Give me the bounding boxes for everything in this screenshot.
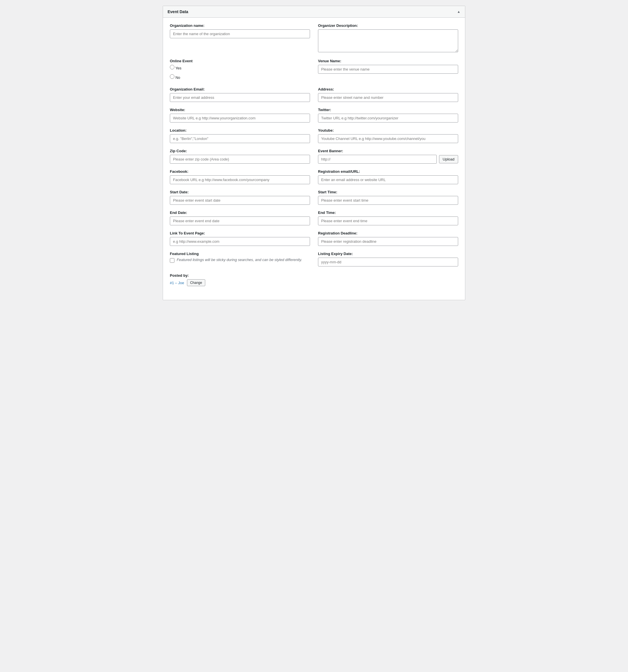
registration-deadline-label: Registration Deadline: (318, 231, 458, 235)
link-to-event-page-field: Link To Event Page: (170, 231, 310, 246)
website-input[interactable] (170, 114, 310, 122)
registration-email-url-input[interactable] (318, 175, 458, 184)
posted-by-user-link[interactable]: #1 – Joe (170, 281, 184, 285)
start-time-label: Start Time: (318, 190, 458, 194)
online-event-no-label: No (176, 75, 180, 80)
end-time-label: End Time: (318, 211, 458, 215)
organization-email-field: Organization Email: (170, 87, 310, 102)
registration-email-url-label: Registration email/URL: (318, 169, 458, 174)
organization-name-label: Organization name: (170, 23, 310, 28)
zip-code-field: Zip Code: (170, 149, 310, 164)
online-event-yes-option[interactable]: Yes (170, 65, 310, 70)
link-to-event-page-label: Link To Event Page: (170, 231, 310, 235)
organization-email-input[interactable] (170, 93, 310, 102)
start-time-input[interactable] (318, 196, 458, 205)
featured-listing-description: Featured listings will be sticky during … (177, 258, 302, 262)
featured-checkbox-row: Featured listings will be sticky during … (170, 258, 310, 263)
facebook-input[interactable] (170, 175, 310, 184)
end-date-field: End Date: (170, 211, 310, 225)
organizer-description-field: Organizer Description: (318, 23, 458, 53)
start-date-input[interactable] (170, 196, 310, 205)
website-label: Website: (170, 108, 310, 112)
event-banner-row: Upload (318, 155, 458, 164)
address-input[interactable] (318, 93, 458, 102)
online-event-no-radio[interactable] (170, 74, 174, 79)
facebook-label: Facebook: (170, 169, 310, 174)
panel-title: Event Data (168, 9, 188, 14)
online-event-yes-label: Yes (175, 66, 181, 70)
end-date-label: End Date: (170, 211, 310, 215)
venue-name-input[interactable] (318, 65, 458, 74)
link-to-event-page-input[interactable] (170, 237, 310, 246)
youtube-input[interactable] (318, 134, 458, 143)
organizer-description-label: Organizer Description: (318, 23, 458, 28)
posted-by-label: Posted by: (170, 273, 310, 278)
registration-email-url-field: Registration email/URL: (318, 169, 458, 184)
twitter-field: Twitter: (318, 108, 458, 122)
website-field: Website: (170, 108, 310, 122)
location-input[interactable] (170, 134, 310, 143)
upload-button[interactable]: Upload (439, 155, 458, 163)
zip-code-input[interactable] (170, 155, 310, 164)
start-time-field: Start Time: (318, 190, 458, 205)
online-event-yes-radio[interactable] (170, 65, 174, 69)
online-event-no-option[interactable]: No (170, 74, 310, 80)
event-banner-label: Event Banner: (318, 149, 458, 153)
posted-by-row: #1 – Joe Change (170, 279, 310, 286)
address-field: Address: (318, 87, 458, 102)
featured-listing-label: Featured Listing (170, 251, 310, 256)
registration-deadline-input[interactable] (318, 237, 458, 246)
twitter-input[interactable] (318, 114, 458, 122)
twitter-label: Twitter: (318, 108, 458, 112)
online-event-field: Online Event Yes No (170, 59, 310, 81)
featured-listing-checkbox[interactable] (170, 258, 174, 263)
listing-expiry-date-label: Listing Expiry Date: (318, 251, 458, 256)
youtube-field: Youtube: (318, 128, 458, 143)
location-field: Location: (170, 128, 310, 143)
end-time-field: End Time: (318, 211, 458, 225)
panel-toggle-icon[interactable]: ▲ (457, 10, 460, 14)
listing-expiry-date-field: Listing Expiry Date: (318, 251, 458, 266)
event-data-panel: Event Data ▲ Organization name: Organize… (163, 6, 465, 300)
organization-email-label: Organization Email: (170, 87, 310, 91)
form-grid: Organization name: Organizer Description… (170, 23, 458, 292)
venue-name-label: Venue Name: (318, 59, 458, 63)
organization-name-input[interactable] (170, 29, 310, 38)
end-time-input[interactable] (318, 216, 458, 225)
listing-expiry-date-input[interactable] (318, 258, 458, 266)
panel-header: Event Data ▲ (163, 6, 465, 18)
registration-deadline-field: Registration Deadline: (318, 231, 458, 246)
end-date-input[interactable] (170, 216, 310, 225)
youtube-label: Youtube: (318, 128, 458, 133)
venue-name-field: Venue Name: (318, 59, 458, 81)
organization-name-field: Organization name: (170, 23, 310, 53)
address-label: Address: (318, 87, 458, 91)
featured-listing-field: Featured Listing Featured listings will … (170, 251, 310, 266)
online-event-label: Online Event (170, 59, 310, 63)
start-date-field: Start Date: (170, 190, 310, 205)
posted-by-field: Posted by: #1 – Joe Change (170, 273, 310, 286)
zip-code-label: Zip Code: (170, 149, 310, 153)
location-label: Location: (170, 128, 310, 133)
event-banner-input[interactable] (318, 155, 437, 164)
facebook-field: Facebook: (170, 169, 310, 184)
online-event-radio-group: Yes No (170, 65, 310, 81)
event-banner-field: Event Banner: Upload (318, 149, 458, 164)
panel-body: Organization name: Organizer Description… (163, 18, 465, 300)
start-date-label: Start Date: (170, 190, 310, 194)
change-user-button[interactable]: Change (187, 279, 205, 286)
organizer-description-input[interactable] (318, 29, 458, 52)
